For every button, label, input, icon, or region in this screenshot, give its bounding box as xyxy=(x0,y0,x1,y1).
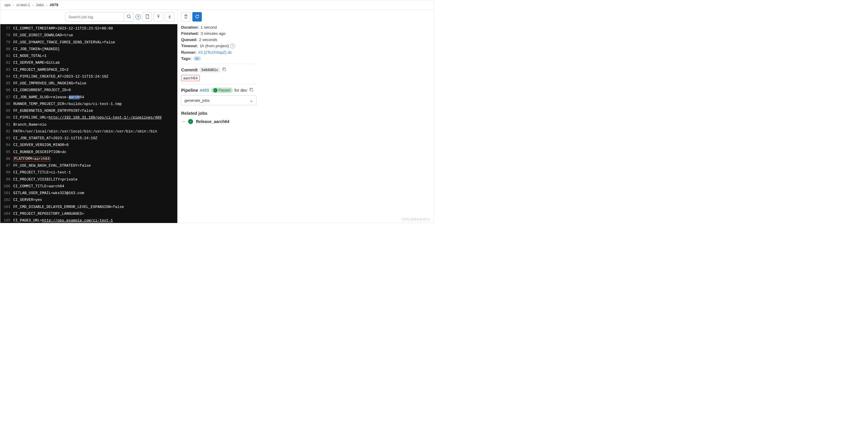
help-icon[interactable]: ? xyxy=(230,44,235,49)
line-number[interactable]: 78 xyxy=(0,32,13,39)
log-line: 86CI_CONCURRENT_PROJECT_ID=0 xyxy=(0,87,177,94)
line-number[interactable]: 88 xyxy=(0,101,13,107)
line-content: PLATFORM=aarch64 xyxy=(13,156,177,162)
line-number[interactable]: 83 xyxy=(0,67,13,73)
line-number[interactable]: 101 xyxy=(0,190,13,196)
svg-point-0 xyxy=(127,15,130,18)
log-line: 84CI_PIPELINE_CREATED_AT=2023-12-11T15:2… xyxy=(0,73,177,80)
line-number[interactable]: 84 xyxy=(0,74,13,80)
line-number[interactable]: 86 xyxy=(0,87,13,94)
line-number[interactable]: 82 xyxy=(0,60,13,66)
copy-icon[interactable] xyxy=(222,67,226,72)
breadcrumb: ops › ci-test-1 › Jobs › #879 xyxy=(0,0,434,10)
line-number[interactable]: 95 xyxy=(0,149,13,155)
line-number[interactable]: 81 xyxy=(0,53,13,59)
log-line: 89FF_KUBERNETES_HONOR_ENTRYPOINT=false xyxy=(0,108,177,115)
line-content: CI_SERVER=yes xyxy=(13,197,177,203)
commit-title: aarch64 xyxy=(181,75,200,81)
line-content: CI_SERVER_VERSION_MINOR=6 xyxy=(13,142,177,148)
log-line: 94CI_SERVER_VERSION_MINOR=6 xyxy=(0,142,177,149)
line-number[interactable]: 96 xyxy=(0,156,13,162)
line-content: CI_NODE_TOTAL=1 xyxy=(13,53,177,59)
line-number[interactable]: 98 xyxy=(0,170,13,176)
queued-label: Queued: xyxy=(181,37,197,42)
line-content: CI_PROJECT_REPOSITORY_LANGUAGES= xyxy=(13,211,177,217)
job-log[interactable]: 77CI_COMMIT_TIMESTAMP=2023-12-11T15:23:5… xyxy=(0,24,177,223)
line-content: CI_RUNNER_DESCRIPTION=dc xyxy=(13,149,177,155)
line-number[interactable]: 89 xyxy=(0,108,13,114)
line-number[interactable]: 87 xyxy=(0,94,13,101)
line-number[interactable]: 103 xyxy=(0,204,13,210)
log-link[interactable]: http://ops.example.com/ci-test-1 xyxy=(42,219,113,223)
line-number[interactable]: 97 xyxy=(0,163,13,169)
log-line: 80CI_JOB_TOKEN=[MASKED] xyxy=(0,46,177,53)
check-icon: ✓ xyxy=(213,88,217,92)
line-content: CI_COMMIT_TITLE=aarch64 xyxy=(13,184,177,190)
line-number[interactable]: 105 xyxy=(0,218,13,223)
log-line: 90CI_PIPELINE_URL=http://192.168.31.100/… xyxy=(0,115,177,121)
line-content: CI_SERVER_NAME=GitLab xyxy=(13,60,177,66)
log-link[interactable]: http://192.168.31.100/ops/ci-test-1/-/pi… xyxy=(49,116,162,120)
runner-link[interactable]: #3 (2TczXVopZ) dc xyxy=(198,50,232,55)
line-number[interactable]: 92 xyxy=(0,129,13,135)
line-number[interactable]: 93 xyxy=(0,135,13,141)
line-number[interactable]: 100 xyxy=(0,184,13,190)
log-line: 98CI_PROJECT_TITLE=ci-test-1 xyxy=(0,169,177,176)
finished-label: Finished: xyxy=(181,31,199,36)
line-content: CI_PROJECT_TITLE=ci-test-1 xyxy=(13,170,177,176)
log-line: 93CI_JOB_STARTED_AT=2023-12-11T15:24:19Z xyxy=(0,135,177,142)
help-icon[interactable]: ? xyxy=(135,14,141,20)
scroll-top-button[interactable] xyxy=(154,12,163,22)
tags-label: Tags: xyxy=(181,56,191,61)
line-content: FF_USE_IMPROVED_URL_MASKING=false xyxy=(13,81,177,87)
line-number[interactable]: 102 xyxy=(0,197,13,203)
status-passed-icon: ✓ xyxy=(188,119,193,125)
line-content: CI_PIPELINE_CREATED_AT=2023-12-11T15:24:… xyxy=(13,74,177,80)
line-number[interactable]: 77 xyxy=(0,26,13,32)
tag-pill: dc xyxy=(193,56,201,61)
line-number[interactable]: 104 xyxy=(0,211,13,217)
copy-icon[interactable] xyxy=(249,87,254,93)
pipeline-link[interactable]: #489 xyxy=(200,88,209,93)
line-number[interactable]: 85 xyxy=(0,81,13,87)
erase-job-button[interactable] xyxy=(181,12,191,22)
log-line: 97FF_USE_NEW_BASH_EVAL_STRATEGY=false xyxy=(0,162,177,169)
scroll-bottom-button[interactable] xyxy=(165,12,174,22)
breadcrumb-ops[interactable]: ops xyxy=(4,3,11,7)
line-content: GITLAB_USER_EMAIL=wkx323@163.com xyxy=(13,190,177,196)
queued-value: 2 seconds xyxy=(199,37,217,42)
document-icon xyxy=(145,14,150,20)
line-number[interactable]: 99 xyxy=(0,177,13,183)
finished-value: 3 minutes ago xyxy=(200,31,226,36)
chevron-down-icon: ⌄ xyxy=(250,98,253,103)
status-badge: ✓Passed xyxy=(211,88,233,93)
log-line: 77CI_COMMIT_TIMESTAMP=2023-12-11T15:23:5… xyxy=(0,25,177,32)
related-job-name: Release_aarch64 xyxy=(196,119,229,124)
commit-sha[interactable]: 3eb0d01c xyxy=(199,68,220,72)
search-input[interactable] xyxy=(65,12,124,22)
retry-job-button[interactable] xyxy=(192,12,202,22)
breadcrumb-current: #879 xyxy=(50,3,58,7)
chevron-right-icon: › xyxy=(46,3,47,7)
breadcrumb-jobs[interactable]: Jobs xyxy=(36,3,44,7)
related-job-item[interactable]: → ✓ Release_aarch64 xyxy=(181,119,256,125)
line-number[interactable]: 94 xyxy=(0,142,13,148)
line-number[interactable]: 79 xyxy=(0,39,13,46)
trash-icon xyxy=(184,14,188,20)
watermark: CSDN @最美dee时光 xyxy=(401,217,430,222)
download-log-button[interactable] xyxy=(143,12,152,22)
stage-dropdown[interactable]: generate_jobs ⌄ xyxy=(181,95,256,105)
line-content: CI_CONCURRENT_PROJECT_ID=0 xyxy=(13,87,177,94)
sidebar: Duration:1 second Finished:3 minutes ago… xyxy=(177,10,260,223)
timeout-label: Timeout: xyxy=(181,44,198,49)
search-button[interactable] xyxy=(124,12,134,22)
line-content: FF_USE_DIRECT_DOWNLOAD=true xyxy=(13,32,177,39)
line-content: FF_USE_DYNAMIC_TRACE_FORCE_SEND_INTERVAL… xyxy=(13,39,177,46)
breadcrumb-project[interactable]: ci-test-1 xyxy=(17,3,30,7)
line-content: CI_COMMIT_TIMESTAMP=2023-12-11T15:23:52+… xyxy=(13,26,177,32)
chevron-right-icon: › xyxy=(32,3,33,7)
line-number[interactable]: 80 xyxy=(0,46,13,53)
line-number[interactable]: 90 xyxy=(0,115,13,121)
line-number[interactable]: 91 xyxy=(0,122,13,128)
log-line: 85FF_USE_IMPROVED_URL_MASKING=false xyxy=(0,80,177,87)
